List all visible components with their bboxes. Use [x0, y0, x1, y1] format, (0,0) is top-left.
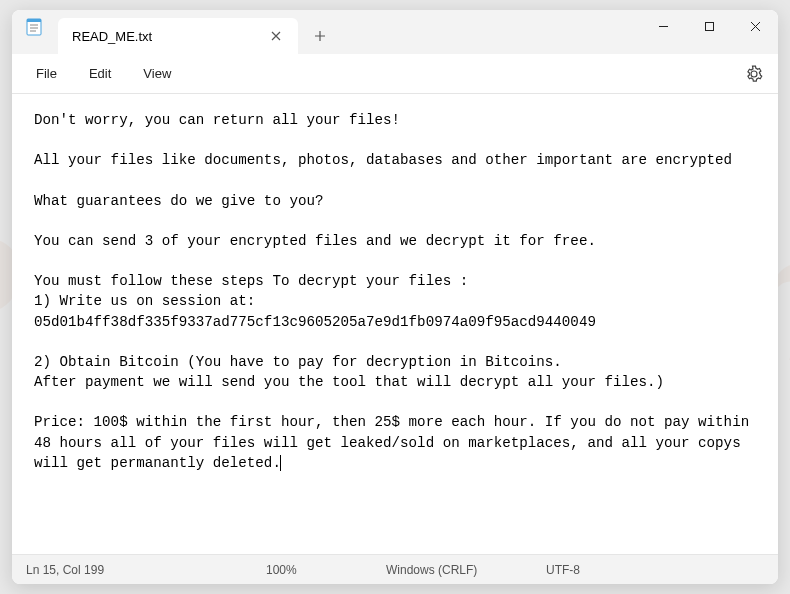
tab-title: READ_ME.txt	[72, 29, 256, 44]
minimize-button[interactable]	[640, 10, 686, 42]
window-controls	[640, 10, 778, 54]
notepad-app-icon	[24, 17, 44, 37]
svg-rect-1	[27, 19, 41, 22]
statusbar: Ln 15, Col 199 100% Windows (CRLF) UTF-8	[12, 554, 778, 584]
settings-button[interactable]	[738, 58, 770, 90]
new-tab-button[interactable]	[302, 18, 338, 54]
close-button[interactable]	[732, 10, 778, 42]
menu-view[interactable]: View	[127, 60, 187, 87]
notepad-window: READ_ME.txt File Edit View	[12, 10, 778, 584]
maximize-button[interactable]	[686, 10, 732, 42]
status-line-ending[interactable]: Windows (CRLF)	[386, 563, 546, 577]
gear-icon	[745, 65, 763, 83]
titlebar: READ_ME.txt	[12, 10, 778, 54]
document-text: Don't worry, you can return all your fil…	[34, 112, 758, 471]
menu-file[interactable]: File	[20, 60, 73, 87]
status-encoding[interactable]: UTF-8	[546, 563, 620, 577]
text-editor-area[interactable]: Don't worry, you can return all your fil…	[12, 94, 778, 554]
tab-close-button[interactable]	[264, 24, 288, 48]
tab-active[interactable]: READ_ME.txt	[58, 18, 298, 54]
status-zoom[interactable]: 100%	[266, 563, 386, 577]
text-cursor	[280, 455, 281, 471]
svg-rect-5	[705, 22, 713, 30]
status-cursor-position: Ln 15, Col 199	[26, 563, 266, 577]
menu-edit[interactable]: Edit	[73, 60, 127, 87]
menubar: File Edit View	[12, 54, 778, 94]
